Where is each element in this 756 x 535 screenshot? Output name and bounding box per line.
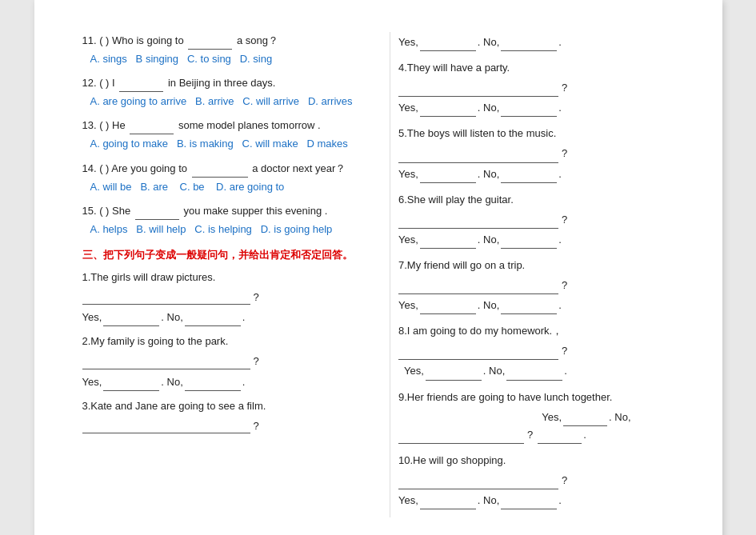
question-13: 13. ( ) He some model planes tomorrow . … xyxy=(82,117,358,153)
q15-text: 15. ( ) She you make supper this evening… xyxy=(82,205,328,217)
q14-options: A. will be B. are C. be D. are going to xyxy=(90,178,358,196)
q13-options: A. going to make B. is making C. will ma… xyxy=(90,135,358,153)
rq5: 5.The boys will listen to the music. ? Y… xyxy=(398,125,674,182)
question-12: 12. ( ) I in Beijing in three days. A. a… xyxy=(82,74,358,110)
right-column: Yes,. No,. 4.They will have a party. ? Y… xyxy=(390,32,674,517)
q13-text: 13. ( ) He some model planes tomorrow . xyxy=(82,119,321,131)
question-14: 14. ( ) Are you going to a doctor next y… xyxy=(82,160,358,196)
tq3-sentence: 3.Kate and Jane are going to see a film. xyxy=(82,397,358,415)
tq1-yesno: Yes,. No,. xyxy=(82,309,358,326)
q15-options: A. helps B. will help C. is helping D. i… xyxy=(90,221,358,238)
worksheet-page: 11. ( ) Who is going to a song？ A. sings… xyxy=(34,0,722,535)
rq9: 9.Her friends are going to have lunch to… xyxy=(398,389,674,444)
rq7: 7.My friend will go on a trip. ? Yes,. N… xyxy=(398,257,674,314)
q11-text: 11. ( ) Who is going to a song？ xyxy=(82,34,278,46)
question-15: 15. ( ) She you make supper this evening… xyxy=(82,202,358,238)
tq1-sentence: 1.The girls will draw pictures. xyxy=(82,269,358,286)
section-3-title: 三、把下列句子变成一般疑问句，并给出肯定和否定回答。 xyxy=(82,246,358,264)
transform-q3: 3.Kate and Jane are going to see a film.… xyxy=(82,397,358,435)
q12-text: 12. ( ) I in Beijing in three days. xyxy=(82,77,276,89)
q12-options: A. are going to arrive B. arrive C. will… xyxy=(90,93,358,110)
rq10: 10.He will go shopping. ? Yes,. No,. xyxy=(398,452,674,509)
rq6: 6.She will play the guitar. ? Yes,. No,. xyxy=(398,191,674,249)
tq2-sentence: 2.My family is going to the park. xyxy=(82,333,358,350)
q14-text: 14. ( ) Are you going to a doctor next y… xyxy=(82,162,346,174)
rq-yesno-3: Yes,. No,. xyxy=(398,34,674,51)
tq2-yesno: Yes,. No,. xyxy=(82,373,358,391)
rq8: 8.I am going to do my homework.， ? Yes,.… xyxy=(398,322,674,380)
q11-options: A. sings B singing C. to sing D. sing xyxy=(90,50,358,68)
rq4: 4.They will have a party. ? Yes,. No,. xyxy=(398,59,674,117)
transform-q1: 1.The girls will draw pictures. ? Yes,. … xyxy=(82,269,358,326)
left-column: 11. ( ) Who is going to a song？ A. sings… xyxy=(82,32,366,517)
question-11: 11. ( ) Who is going to a song？ A. sings… xyxy=(82,32,358,68)
transform-q2: 2.My family is going to the park. ? Yes,… xyxy=(82,333,358,390)
